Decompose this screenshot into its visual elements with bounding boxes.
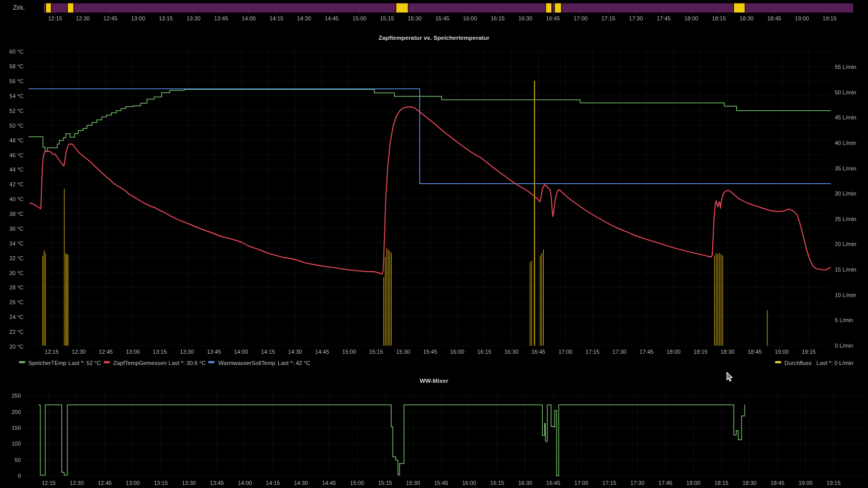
svg-text:16:00: 16:00 xyxy=(463,15,477,21)
svg-text:14:15: 14:15 xyxy=(270,15,284,21)
svg-text:Last *: 0 L/min: Last *: 0 L/min xyxy=(816,360,853,366)
svg-text:15:15: 15:15 xyxy=(380,15,394,21)
svg-text:12:15: 12:15 xyxy=(42,480,56,486)
svg-text:10 L/min: 10 L/min xyxy=(835,292,856,298)
svg-text:13:45: 13:45 xyxy=(207,349,221,355)
svg-text:12:45: 12:45 xyxy=(104,15,118,21)
svg-text:15:00: 15:00 xyxy=(350,480,365,486)
svg-text:17:00: 17:00 xyxy=(573,15,588,21)
svg-text:12:30: 12:30 xyxy=(76,15,90,21)
svg-text:200: 200 xyxy=(12,409,21,415)
svg-text:32 °C: 32 °C xyxy=(9,255,23,261)
svg-text:15:45: 15:45 xyxy=(434,480,448,486)
svg-text:40 °C: 40 °C xyxy=(9,196,23,202)
svg-text:14:30: 14:30 xyxy=(294,480,308,486)
svg-text:Zapftemperatur vs. Speichertem: Zapftemperatur vs. Speichertemperatur xyxy=(378,34,490,41)
svg-text:19:15: 19:15 xyxy=(827,480,841,486)
svg-text:34 °C: 34 °C xyxy=(9,240,23,247)
svg-text:0: 0 xyxy=(18,473,21,479)
svg-text:30 °C: 30 °C xyxy=(9,270,23,276)
svg-text:45 L/min: 45 L/min xyxy=(835,114,856,120)
svg-text:18:15: 18:15 xyxy=(712,15,726,21)
svg-text:50 °C: 50 °C xyxy=(9,123,23,129)
svg-text:250: 250 xyxy=(12,393,21,399)
svg-text:18:00: 18:00 xyxy=(684,15,698,21)
svg-text:18:15: 18:15 xyxy=(693,349,708,355)
svg-text:48 °C: 48 °C xyxy=(9,137,23,143)
svg-text:14:15: 14:15 xyxy=(261,349,275,355)
svg-text:35 L/min: 35 L/min xyxy=(835,165,856,172)
svg-text:16:15: 16:15 xyxy=(477,349,492,355)
svg-text:17:45: 17:45 xyxy=(657,15,671,21)
svg-text:12:45: 12:45 xyxy=(99,349,113,355)
svg-text:15:30: 15:30 xyxy=(407,15,422,21)
svg-text:15:30: 15:30 xyxy=(396,349,411,355)
svg-text:12:15: 12:15 xyxy=(48,15,62,21)
svg-text:Last *: 42 °C: Last *: 42 °C xyxy=(278,360,310,366)
svg-text:13:30: 13:30 xyxy=(180,349,194,355)
svg-text:18:00: 18:00 xyxy=(666,349,681,355)
svg-text:13:30: 13:30 xyxy=(186,15,201,21)
svg-text:14:45: 14:45 xyxy=(325,15,339,21)
svg-text:30 L/min: 30 L/min xyxy=(835,190,856,197)
svg-text:17:00: 17:00 xyxy=(574,480,589,486)
svg-text:17:00: 17:00 xyxy=(559,349,573,355)
svg-text:16:45: 16:45 xyxy=(532,349,546,355)
svg-text:16:30: 16:30 xyxy=(504,349,519,355)
svg-text:17:30: 17:30 xyxy=(612,349,626,355)
svg-text:18:45: 18:45 xyxy=(767,15,782,21)
svg-text:ZapfTempGemessen: ZapfTempGemessen xyxy=(113,360,167,366)
svg-text:18:45: 18:45 xyxy=(748,349,762,355)
svg-text:17:45: 17:45 xyxy=(639,349,654,355)
svg-text:56 °C: 56 °C xyxy=(9,78,23,84)
svg-text:52 °C: 52 °C xyxy=(9,108,23,114)
svg-text:19:15: 19:15 xyxy=(802,349,816,355)
svg-text:42 °C: 42 °C xyxy=(9,181,23,187)
svg-text:16:00: 16:00 xyxy=(450,349,465,355)
svg-text:18:00: 18:00 xyxy=(686,480,701,486)
svg-text:13:45: 13:45 xyxy=(214,15,228,21)
svg-text:12:15: 12:15 xyxy=(45,349,59,355)
svg-text:16:30: 16:30 xyxy=(518,15,533,21)
svg-text:14:00: 14:00 xyxy=(242,15,256,21)
svg-text:50 L/min: 50 L/min xyxy=(835,89,856,95)
svg-text:15:00: 15:00 xyxy=(342,349,356,355)
svg-text:24 °C: 24 °C xyxy=(9,314,23,320)
svg-text:15:45: 15:45 xyxy=(436,15,450,21)
svg-text:20 L/min: 20 L/min xyxy=(835,241,856,247)
svg-text:13:00: 13:00 xyxy=(126,349,140,355)
svg-text:26 °C: 26 °C xyxy=(9,299,23,305)
svg-text:12:30: 12:30 xyxy=(70,480,84,486)
svg-text:16:00: 16:00 xyxy=(462,480,476,486)
svg-text:15:15: 15:15 xyxy=(369,349,383,355)
svg-text:12:45: 12:45 xyxy=(98,480,112,486)
svg-text:15:15: 15:15 xyxy=(378,480,392,486)
svg-text:19:00: 19:00 xyxy=(775,349,789,355)
svg-text:20 °C: 20 °C xyxy=(9,344,23,350)
svg-text:16:15: 16:15 xyxy=(490,480,504,486)
svg-text:Durchfluss: Durchfluss xyxy=(784,360,812,366)
svg-text:16:15: 16:15 xyxy=(491,15,505,21)
svg-text:28 °C: 28 °C xyxy=(9,284,23,290)
svg-text:14:45: 14:45 xyxy=(322,480,336,486)
svg-text:17:30: 17:30 xyxy=(631,480,645,486)
svg-text:22 °C: 22 °C xyxy=(9,329,23,335)
svg-text:16:45: 16:45 xyxy=(546,15,560,21)
svg-text:17:15: 17:15 xyxy=(586,349,600,355)
svg-text:13:00: 13:00 xyxy=(126,480,140,486)
svg-text:14:45: 14:45 xyxy=(315,349,329,355)
svg-text:15:00: 15:00 xyxy=(352,15,367,21)
svg-text:17:30: 17:30 xyxy=(629,15,643,21)
svg-text:50: 50 xyxy=(15,457,21,463)
svg-text:15:30: 15:30 xyxy=(406,480,420,486)
svg-text:54 °C: 54 °C xyxy=(9,93,23,99)
svg-text:5 L/min: 5 L/min xyxy=(835,317,853,323)
svg-text:17:15: 17:15 xyxy=(601,15,616,21)
svg-text:WarmwasserSollTemp: WarmwasserSollTemp xyxy=(218,360,275,366)
svg-text:14:30: 14:30 xyxy=(297,15,311,21)
svg-text:13:30: 13:30 xyxy=(182,480,196,486)
svg-text:18:30: 18:30 xyxy=(742,480,757,486)
svg-text:55 L/min: 55 L/min xyxy=(835,64,856,70)
svg-text:Last *: 52 °C: Last *: 52 °C xyxy=(68,360,101,366)
svg-text:18:45: 18:45 xyxy=(770,480,785,486)
